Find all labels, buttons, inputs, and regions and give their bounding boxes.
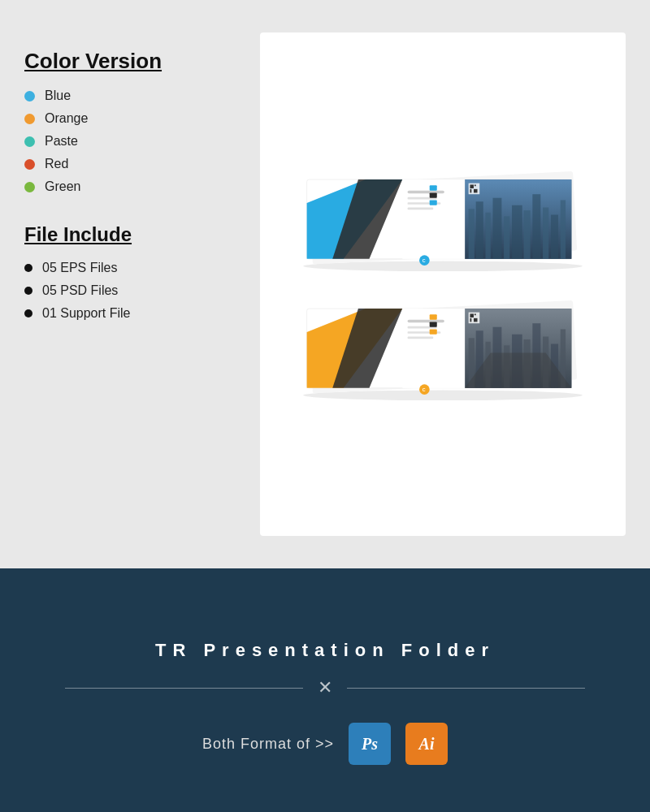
svg-rect-9: [485, 213, 490, 259]
svg-rect-72: [474, 318, 478, 322]
svg-rect-34: [470, 189, 471, 193]
color-item-green: Green: [24, 179, 236, 194]
svg-rect-33: [474, 184, 476, 186]
file-item-support: 01 Support File: [24, 306, 236, 321]
file-list: 05 EPS Files 05 PSD Files 01 Support Fil…: [24, 261, 236, 321]
svg-rect-22: [408, 207, 434, 209]
svg-text:C: C: [422, 258, 426, 263]
bullet-psd: [24, 287, 32, 295]
svg-rect-70: [474, 313, 476, 315]
right-panel: WORLD'S BEST IDEA FOR BUSINESS C: [260, 32, 626, 536]
top-section: Color Version Blue Orange Paste Red Gree…: [0, 0, 650, 568]
ai-badge: Ai: [405, 723, 448, 765]
color-version-title: Color Version: [24, 49, 236, 74]
svg-rect-62: [430, 329, 437, 334]
svg-rect-12: [512, 205, 522, 259]
svg-rect-13: [524, 210, 531, 259]
svg-rect-59: [408, 336, 434, 339]
file-label-support: 01 Support File: [42, 306, 131, 321]
color-label-paste: Paste: [45, 134, 78, 149]
divider-line-right: [347, 688, 585, 689]
svg-rect-24: [430, 192, 437, 197]
svg-rect-15: [543, 207, 548, 258]
svg-rect-14: [532, 194, 540, 259]
color-label-red: Red: [45, 157, 68, 171]
color-item-blue: Blue: [24, 89, 236, 103]
paste-dot: [24, 136, 35, 147]
format-row: Both Format of >> Ps Ai: [202, 723, 448, 765]
svg-rect-32: [470, 184, 474, 188]
svg-text:WORLD'S BEST: WORLD'S BEST: [414, 230, 453, 235]
color-item-red: Red: [24, 157, 236, 171]
red-dot: [24, 159, 35, 170]
divider-row: ✕: [0, 677, 650, 698]
svg-text:BUSINESS: BUSINESS: [412, 373, 446, 380]
svg-rect-19: [408, 191, 444, 194]
svg-rect-10: [493, 198, 502, 259]
svg-rect-11: [504, 216, 509, 258]
svg-rect-8: [476, 201, 483, 259]
file-item-eps: 05 EPS Files: [24, 261, 236, 275]
file-label-psd: 05 PSD Files: [42, 283, 118, 298]
svg-rect-61: [430, 322, 437, 326]
svg-text:BUSINESS: BUSINESS: [412, 244, 446, 251]
color-label-green: Green: [45, 179, 80, 194]
presentation-title: TR Presentation Folder: [155, 615, 495, 677]
orange-dot: [24, 114, 35, 124]
svg-rect-69: [470, 313, 474, 317]
svg-text:C: C: [422, 387, 426, 392]
svg-rect-16: [551, 215, 558, 259]
bottom-section: TR Presentation Folder ✕ Both Format of …: [0, 568, 650, 812]
svg-text:IDEA FOR: IDEA FOR: [414, 366, 434, 371]
svg-text:WORLD'S BEST: WORLD'S BEST: [414, 359, 453, 365]
divider-x-symbol: ✕: [303, 677, 347, 698]
svg-rect-56: [408, 320, 444, 323]
color-label-blue: Blue: [45, 89, 71, 103]
bullet-eps: [24, 264, 32, 272]
file-item-psd: 05 PSD Files: [24, 283, 236, 298]
format-text: Both Format of >>: [202, 736, 334, 753]
svg-rect-23: [430, 185, 437, 190]
svg-text:IDEA FOR: IDEA FOR: [414, 237, 434, 242]
color-item-paste: Paste: [24, 134, 236, 149]
svg-rect-35: [474, 189, 478, 193]
ps-badge: Ps: [349, 723, 391, 765]
orange-folder-mockup: WORLD'S BEST IDEA FOR BUSINESS C: [288, 294, 597, 404]
color-item-orange: Orange: [24, 111, 236, 126]
svg-rect-25: [430, 200, 437, 205]
blue-dot: [24, 91, 35, 102]
file-include-title: File Include: [24, 223, 236, 246]
svg-point-0: [303, 261, 583, 272]
file-label-eps: 05 EPS Files: [42, 261, 117, 275]
svg-rect-71: [470, 318, 471, 322]
svg-point-36: [303, 391, 583, 401]
svg-rect-17: [561, 200, 566, 258]
blue-folder-mockup: WORLD'S BEST IDEA FOR BUSINESS C: [288, 165, 597, 274]
left-panel: Color Version Blue Orange Paste Red Gree…: [24, 32, 236, 536]
svg-rect-60: [430, 314, 437, 319]
color-list: Blue Orange Paste Red Green: [24, 89, 236, 194]
green-dot: [24, 182, 35, 192]
bullet-support: [24, 309, 32, 317]
divider-line-left: [65, 688, 303, 689]
color-label-orange: Orange: [45, 111, 88, 126]
svg-rect-7: [469, 209, 474, 259]
